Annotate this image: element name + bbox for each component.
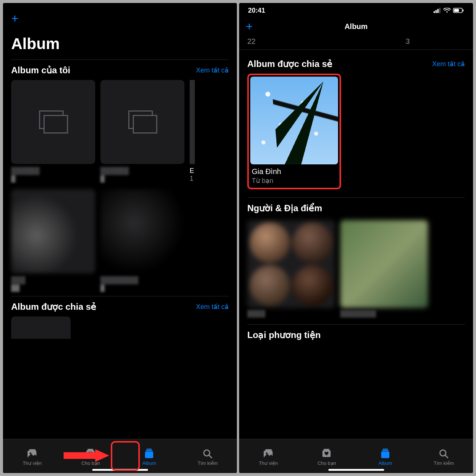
tab-label: Tìm kiếm: [434, 460, 454, 466]
shared-album-highlighted[interactable]: Gia Đình Từ bạn: [247, 74, 341, 189]
tab-label: Album: [142, 460, 156, 466]
see-all-link[interactable]: Xem tất cả: [432, 60, 465, 68]
svg-rect-17: [454, 9, 459, 12]
see-all-link[interactable]: Xem tất cả: [196, 303, 229, 311]
people-places-row: [239, 218, 473, 308]
section-title: Album của tôi: [11, 65, 70, 75]
section-title: Người & Địa điểm: [247, 203, 322, 213]
svg-rect-20: [265, 449, 272, 451]
for-you-icon: [85, 448, 96, 459]
album-row-2: [3, 183, 237, 273]
tab-bar: Thư viện Cho bạn Album Tìm kiếm: [239, 439, 473, 473]
album-captions: █████ █████████: [3, 273, 237, 292]
tab-label: Cho bạn: [318, 460, 336, 466]
svg-rect-7: [147, 449, 152, 450]
large-title-header: + Album: [3, 3, 237, 55]
count-label: 3: [354, 37, 461, 46]
album-caption: ███████: [100, 167, 184, 183]
phone-left: + Album Album của tôi Xem tất cả ███████…: [3, 3, 237, 473]
svg-rect-11: [434, 11, 435, 13]
shared-album-from: Từ bạn: [250, 176, 338, 186]
svg-rect-18: [463, 10, 464, 12]
cellular-icon: [434, 8, 441, 13]
album-tile[interactable]: [100, 189, 184, 273]
content-scroll[interactable]: Album của tôi Xem tất cả ███████ ███████…: [3, 55, 237, 439]
section-shared-head: Album được chia sẻ Xem tất cả: [3, 296, 237, 316]
people-tile[interactable]: [247, 220, 335, 308]
svg-rect-6: [146, 450, 152, 451]
add-button[interactable]: +: [11, 12, 229, 25]
nav-title: Album: [344, 22, 367, 31]
page-title: Album: [11, 35, 229, 53]
section-people-places-head: Người & Địa điểm: [239, 198, 473, 218]
shared-album-name: Gia Đình: [250, 164, 338, 176]
tab-library[interactable]: Thư viện: [239, 439, 298, 473]
count-label: [461, 37, 465, 46]
album-tile[interactable]: [11, 80, 95, 164]
section-media-types-head: Loại phương tiện: [239, 325, 473, 340]
shared-album-peek[interactable]: [11, 316, 71, 339]
search-icon: [438, 448, 449, 459]
tab-for-you[interactable]: Cho bạn: [61, 439, 120, 473]
battery-icon: [453, 8, 464, 13]
tab-label: Album: [379, 460, 392, 466]
status-bar: 20:41: [239, 3, 473, 18]
status-right: [434, 8, 464, 13]
content-scroll[interactable]: 22 3 Album được chia sẻ Xem tất cả Gia Đ…: [239, 35, 473, 439]
section-shared-head: Album được chia sẻ Xem tất cả: [239, 54, 473, 74]
svg-line-28: [445, 455, 448, 458]
tab-library[interactable]: Thư viện: [3, 439, 61, 473]
svg-rect-24: [381, 451, 389, 458]
phone-right: 20:41 + Album 22 3 Album được chia sẻ Xe…: [239, 3, 473, 473]
stacked-photos-icon: [128, 110, 157, 134]
tab-label: Cho bạn: [81, 460, 100, 466]
svg-rect-23: [324, 449, 329, 450]
albums-icon: [380, 448, 391, 459]
tab-label: Thư viện: [23, 460, 42, 466]
svg-line-9: [209, 455, 212, 458]
section-title: Loại phương tiện: [247, 330, 321, 340]
album-tile-peek[interactable]: [190, 80, 195, 164]
tab-search[interactable]: Tìm kiếm: [415, 439, 473, 473]
svg-rect-12: [435, 10, 437, 13]
status-time: 20:41: [248, 7, 265, 15]
section-title: Album được chia sẻ: [11, 302, 96, 312]
tab-albums[interactable]: Album: [356, 439, 415, 473]
nav-bar: + Album: [239, 18, 473, 35]
tab-albums[interactable]: Album: [120, 439, 178, 473]
tab-search[interactable]: Tìm kiếm: [178, 439, 237, 473]
add-button[interactable]: +: [246, 20, 253, 32]
album-count-row: 22 3: [239, 35, 473, 50]
svg-rect-1: [29, 449, 36, 451]
album-row: [3, 80, 237, 164]
for-you-icon: [321, 448, 332, 459]
stacked-photos-icon: [39, 110, 67, 134]
svg-rect-5: [145, 451, 153, 458]
album-tile[interactable]: [11, 189, 95, 273]
album-tile[interactable]: [100, 80, 184, 164]
album-caption: ███████: [11, 167, 95, 183]
see-all-link[interactable]: Xem tất cả: [196, 66, 229, 74]
tab-label: Tìm kiếm: [197, 460, 218, 466]
search-icon: [202, 448, 213, 459]
tab-label: Thư viện: [259, 460, 278, 466]
svg-rect-13: [437, 9, 439, 13]
album-captions: ███████ ███████ E 1: [3, 164, 237, 183]
section-my-albums-head: Album của tôi Xem tất cả: [3, 60, 237, 80]
album-peek-caption: E 1: [190, 167, 194, 183]
tab-for-you[interactable]: Cho bạn: [298, 439, 356, 473]
tab-bar: Thư viện Cho bạn Album Tìm kiếm: [3, 439, 237, 473]
svg-rect-14: [439, 8, 441, 13]
wifi-icon: [443, 8, 451, 13]
album-caption: █████████: [100, 276, 184, 292]
svg-rect-25: [382, 450, 389, 451]
library-icon: [263, 448, 274, 459]
places-tile[interactable]: [340, 220, 428, 308]
album-caption: █████: [11, 276, 95, 292]
count-label: 22: [247, 37, 354, 46]
section-title: Album được chia sẻ: [247, 59, 332, 69]
home-indicator[interactable]: [328, 469, 384, 471]
home-indicator[interactable]: [92, 469, 148, 471]
shared-album-thumbnail: [250, 77, 338, 164]
svg-rect-26: [383, 449, 388, 450]
